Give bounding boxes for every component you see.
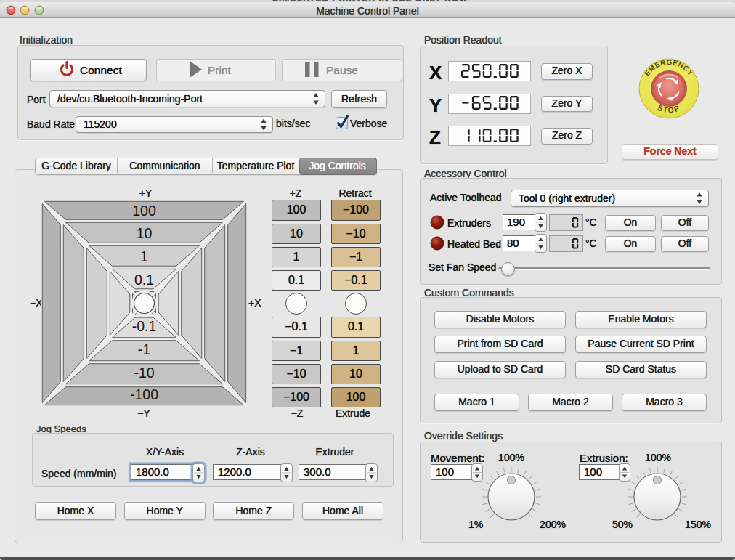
svg-text:-10: -10 <box>134 364 154 380</box>
svg-text:-0.1: -0.1 <box>131 317 156 333</box>
svg-text:-100: -100 <box>129 386 158 402</box>
svg-text:100: 100 <box>132 203 156 219</box>
svg-text:1: 1 <box>140 248 148 264</box>
svg-text:-1: -1 <box>137 341 150 357</box>
svg-text:10: 10 <box>136 224 152 240</box>
svg-text:0.1: 0.1 <box>134 271 153 287</box>
